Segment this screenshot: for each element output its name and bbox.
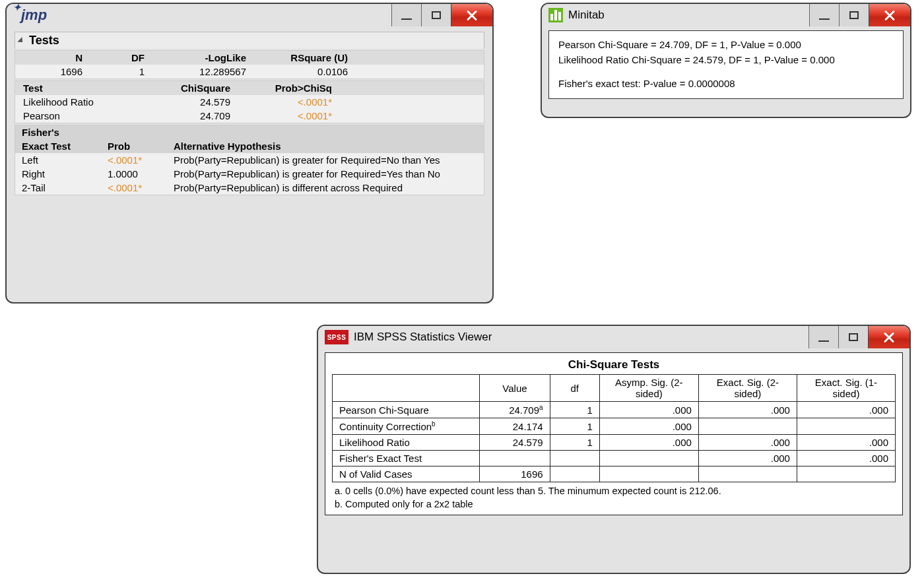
test-chisq: 24.579 <box>143 95 238 109</box>
minitab-output: Pearson Chi-Square = 24.709, DF = 1, P-V… <box>548 30 904 99</box>
row-value: 24.174 <box>480 418 550 435</box>
tests-label: Tests <box>29 34 59 47</box>
table-row: Fisher's Exact Test.000.000 <box>333 451 896 466</box>
col-df: DF <box>90 51 152 65</box>
row-asymp: .000 <box>599 418 698 435</box>
row-ex2: .000 <box>698 435 797 451</box>
spss-col-header <box>333 375 480 402</box>
disclose-icon[interactable] <box>17 38 24 45</box>
close-button[interactable] <box>869 4 910 26</box>
row-value: 24.579 <box>480 435 550 451</box>
spss-col-header: Exact. Sig. (1-sided) <box>797 375 895 402</box>
col-althyp: Alternative Hypothesis <box>167 139 484 153</box>
fisher-prob: <.0001* <box>101 181 167 195</box>
jmp-logo: ✦jmp <box>13 7 47 24</box>
minimize-button[interactable] <box>809 4 839 26</box>
row-df: 1 <box>550 435 599 451</box>
spss-col-header: Value <box>480 375 550 402</box>
fisher-side: Left <box>15 153 101 167</box>
row-ex2 <box>698 466 797 482</box>
spss-col-header: df <box>550 375 599 402</box>
row-asymp <box>599 451 698 466</box>
test-prob: <.0001* <box>238 109 340 123</box>
fisher-line: Fisher's exact test: P-value = 0.0000008 <box>558 77 894 92</box>
close-button[interactable] <box>868 326 909 348</box>
row-label: Continuity Correctionb <box>333 418 480 435</box>
row-df <box>550 451 599 466</box>
row-ex1: .000 <box>797 451 895 466</box>
fisher-side: Right <box>15 167 101 181</box>
row-ex1 <box>797 466 895 482</box>
fisher-hdr2: Exact Test <box>15 139 101 153</box>
fisher-alt: Prob(Party=Republican) is greater for Re… <box>167 167 484 181</box>
fisher-table: Fisher's Exact Test Prob Alternative Hyp… <box>15 125 484 195</box>
row-ex2: .000 <box>698 402 797 418</box>
row-ex2: .000 <box>698 451 797 466</box>
test-prob: <.0001* <box>238 95 340 109</box>
row-ex2 <box>698 418 797 435</box>
row-asymp: .000 <box>599 435 698 451</box>
jmp-titlebar: ✦jmp <box>7 4 492 26</box>
row-df <box>550 466 599 482</box>
maximize-button[interactable] <box>838 326 868 348</box>
window-controls <box>808 326 909 348</box>
test-name: Likelihood Ratio <box>15 95 143 109</box>
table-row: Continuity Correctionb24.1741.000 <box>333 418 896 435</box>
table-row: N of Valid Cases1696 <box>333 466 896 482</box>
row-label: Fisher's Exact Test <box>333 451 480 466</box>
col-probchisq: Prob>ChiSq <box>238 81 340 95</box>
row-ex1: .000 <box>797 435 895 451</box>
fisher-alt: Prob(Party=Republican) is greater for Re… <box>167 153 484 167</box>
close-button[interactable] <box>451 4 492 26</box>
spss-title: IBM SPSS Statistics Viewer <box>354 331 492 344</box>
minimize-button[interactable] <box>808 326 838 348</box>
minitab-icon <box>548 8 563 22</box>
minitab-window: Minitab Pearson Chi-Square = 24.709, DF … <box>541 3 911 118</box>
window-controls <box>809 4 910 26</box>
jmp-window: ✦jmp Tests N DF -LogLike RSquare (U) <box>5 3 494 304</box>
table-row: Right1.0000Prob(Party=Republican) is gre… <box>15 167 484 181</box>
col-test: Test <box>15 81 143 95</box>
row-asymp: .000 <box>599 402 698 418</box>
row-df: 1 <box>550 402 599 418</box>
col-n: N <box>15 51 90 65</box>
fisher-prob: <.0001* <box>101 153 167 167</box>
row-value: 24.709a <box>480 402 550 418</box>
col-loglike: -LogLike <box>152 51 254 65</box>
spss-icon: SPSS <box>325 330 348 344</box>
row-ex1 <box>797 418 895 435</box>
test-chisq: 24.709 <box>143 109 238 123</box>
row-value <box>480 451 550 466</box>
test-name: Pearson <box>15 109 143 123</box>
spss-titlebar: SPSS IBM SPSS Statistics Viewer <box>318 326 909 348</box>
minimize-button[interactable] <box>391 4 421 26</box>
col-prob: Prob <box>101 139 167 153</box>
chisq-table: Test ChiSquare Prob>ChiSq Likelihood Rat… <box>15 81 484 123</box>
fisher-prob: 1.0000 <box>101 167 167 181</box>
fisher-side: 2-Tail <box>15 181 101 195</box>
col-rsquare: RSquare (U) <box>254 51 356 65</box>
footnote-b: b. Computed only for a 2x2 table <box>335 498 893 511</box>
row-value: 1696 <box>480 466 550 482</box>
spss-window: SPSS IBM SPSS Statistics Viewer Chi-Squa… <box>317 325 911 574</box>
table-row: Likelihood Ratio24.5791.000.000.000 <box>333 435 896 451</box>
footnote-a: a. 0 cells (0.0%) have expected count le… <box>335 485 893 498</box>
table-row: Likelihood Ratio24.579<.0001* <box>15 95 484 109</box>
tests-section-header[interactable]: Tests <box>15 32 484 49</box>
maximize-button[interactable] <box>421 4 451 26</box>
row-label: Likelihood Ratio <box>333 435 480 451</box>
window-controls <box>391 4 492 26</box>
table-row: 2-Tail<.0001*Prob(Party=Republican) is d… <box>15 181 484 195</box>
fisher-hdr1: Fisher's <box>15 125 101 139</box>
table-row: Pearson24.709<.0001* <box>15 109 484 123</box>
table-row: Pearson Chi-Square24.709a1.000.000.000 <box>333 402 896 418</box>
row-df: 1 <box>550 418 599 435</box>
summary-table: N DF -LogLike RSquare (U) 1696 1 12.2895… <box>15 51 484 79</box>
spss-grid-title: Chi-Square Tests <box>332 358 896 371</box>
row-asymp <box>599 466 698 482</box>
pearson-line: Pearson Chi-Square = 24.709, DF = 1, P-V… <box>558 38 894 53</box>
row-ex1: .000 <box>797 402 895 418</box>
spss-table: ValuedfAsymp. Sig. (2-sided)Exact. Sig. … <box>332 374 896 482</box>
summary-row: 1696 1 12.289567 0.0106 <box>15 65 484 79</box>
maximize-button[interactable] <box>839 4 869 26</box>
